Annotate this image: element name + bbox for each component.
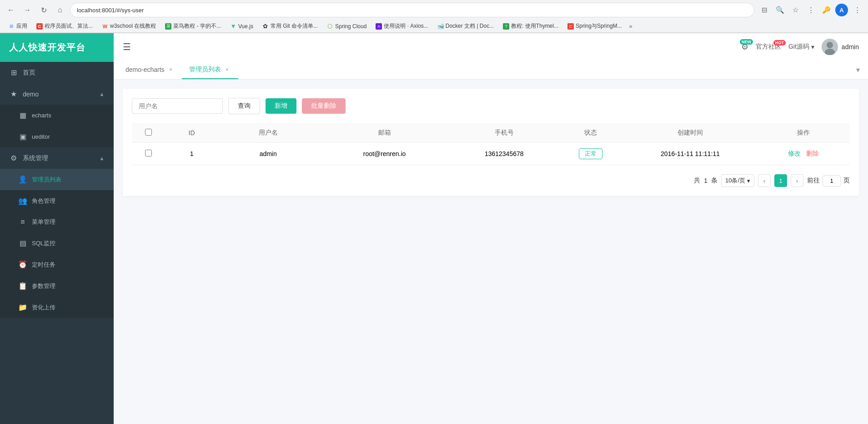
git-source-link[interactable]: Git源码 ▾ bbox=[788, 43, 814, 51]
bookmark-vuejs[interactable]: ▼ Vue.js bbox=[226, 22, 257, 30]
reload-button[interactable]: ↻ bbox=[37, 4, 50, 16]
page-size-selector[interactable]: 10条/页 ▾ bbox=[721, 174, 754, 187]
sidebar-item-params[interactable]: 📋 参数管理 bbox=[0, 275, 114, 297]
browser-toolbar: ← → ↻ ⌂ localhost:8001/#/sys-user ⊟ 🔍 ☆ … bbox=[0, 0, 868, 20]
more-bookmarks-button[interactable]: » bbox=[629, 23, 632, 30]
row-phone-cell: 13612345678 bbox=[451, 143, 557, 165]
bookmark-button[interactable]: ☆ bbox=[789, 4, 802, 16]
git-icon: ✿ bbox=[262, 23, 269, 30]
goto-label: 前往 bbox=[807, 177, 820, 185]
tabs-more-button[interactable]: ▾ bbox=[853, 64, 863, 76]
bookmark-axios-label: 使用说明 · Axios... bbox=[384, 22, 428, 30]
vue-icon: ▼ bbox=[230, 23, 236, 30]
prev-page-button[interactable]: ‹ bbox=[758, 174, 771, 187]
sidebar-label-oss: 资化上传 bbox=[32, 303, 55, 312]
tab-admin-list[interactable]: 管理员列表 × bbox=[182, 61, 238, 79]
apps-icon: ⊞ bbox=[8, 23, 15, 30]
username-label: admin bbox=[842, 43, 859, 50]
role-icon: 👥 bbox=[18, 197, 27, 205]
batch-delete-button[interactable]: 批量删除 bbox=[302, 98, 346, 114]
bookmark-vue-label: Vue.js bbox=[238, 23, 253, 30]
sidebar-item-sql[interactable]: ▤ SQL监控 bbox=[0, 232, 114, 254]
community-link[interactable]: 官方社区 HOT bbox=[756, 43, 781, 51]
sidebar-item-schedule[interactable]: ⏰ 定时任务 bbox=[0, 254, 114, 275]
row-checkbox[interactable] bbox=[145, 150, 152, 156]
bookmark-spring[interactable]: ⬡ Spring Cloud bbox=[323, 22, 370, 30]
sidebar-item-demo[interactable]: ★ demo ▲ bbox=[0, 83, 114, 105]
bookmark-runoob[interactable]: 菜 菜鸟教程 - 学的不... bbox=[161, 21, 225, 31]
sidebar-item-home[interactable]: ⊞ 首页 bbox=[0, 62, 114, 83]
bookmark-spring-mvc[interactable]: C Spring与SpringM... bbox=[564, 21, 625, 31]
demo-icon: ★ bbox=[9, 90, 18, 98]
sidebar-label-demo: demo bbox=[23, 91, 39, 98]
sidebar-item-system[interactable]: ⚙ 系统管理 ▲ bbox=[0, 147, 114, 169]
back-button[interactable]: ← bbox=[5, 4, 17, 16]
w3c-icon: W bbox=[102, 23, 108, 30]
header-phone-col: 手机号 bbox=[451, 123, 557, 143]
data-table: ID 用户名 邮箱 手机号 状态 创建时间 操作 bbox=[132, 123, 850, 165]
main-area: ☰ ⚙ NEW 官方社区 HOT Git源码 ▾ bbox=[114, 33, 868, 424]
header-right: ⚙ NEW 官方社区 HOT Git源码 ▾ bbox=[741, 39, 859, 55]
bookmark-apps[interactable]: ⊞ 应用 bbox=[5, 21, 31, 31]
browser-avatar[interactable]: A bbox=[835, 4, 848, 16]
menu-icon: ≡ bbox=[18, 218, 27, 226]
delete-button[interactable]: 删除 bbox=[806, 150, 819, 157]
tab-admin-list-close[interactable]: × bbox=[224, 66, 231, 73]
header-username-col: 用户名 bbox=[218, 123, 318, 143]
coder-icon: C bbox=[36, 23, 43, 30]
header-time-col: 创建时间 bbox=[624, 123, 757, 143]
home-button[interactable]: ⌂ bbox=[54, 4, 66, 16]
next-page-button[interactable]: › bbox=[791, 174, 803, 187]
search-button[interactable]: 查询 bbox=[228, 98, 260, 114]
search-button[interactable]: 🔍 bbox=[773, 4, 786, 16]
add-button[interactable]: 新增 bbox=[266, 98, 296, 114]
echarts-icon: ▦ bbox=[18, 111, 27, 120]
row-status-cell: 正常 bbox=[557, 143, 624, 165]
sidebar-toggle-button[interactable]: ☰ bbox=[123, 41, 131, 52]
sidebar-item-role[interactable]: 👥 角色管理 bbox=[0, 190, 114, 212]
sidebar-item-ueditor[interactable]: ▣ ueditor bbox=[0, 126, 114, 147]
runoob-icon: 菜 bbox=[165, 23, 171, 30]
row-time-cell: 2016-11-11 11:11:11 bbox=[624, 143, 757, 165]
tab-demo-echarts-close[interactable]: × bbox=[167, 66, 175, 73]
bookmark-git[interactable]: ✿ 常用 Git 命令清单... bbox=[259, 21, 321, 31]
forward-button[interactable]: → bbox=[21, 4, 34, 16]
sidebar-item-user-list[interactable]: 👤 管理员列表 bbox=[0, 169, 114, 190]
sidebar-item-menu[interactable]: ≡ 菜单管理 bbox=[0, 212, 114, 232]
sidebar-menu: ⊞ 首页 ★ demo ▲ ▦ echarts ▣ ueditor ⚙ bbox=[0, 62, 114, 424]
home-icon: ⊞ bbox=[9, 68, 18, 77]
goto-page-input[interactable] bbox=[823, 175, 841, 187]
settings-new-badge: NEW bbox=[740, 39, 753, 45]
bookmark-interview[interactable]: C 程序员面试、算法... bbox=[33, 21, 96, 31]
bookmark-spring-label: Spring Cloud bbox=[335, 23, 366, 30]
header-id-col: ID bbox=[165, 123, 218, 143]
row-checkbox-cell bbox=[132, 143, 165, 165]
bookmark-docker[interactable]: 🐋 Docker 文档 | Doc... bbox=[434, 21, 497, 31]
sidebar-item-echarts[interactable]: ▦ echarts bbox=[0, 105, 114, 126]
current-page-button[interactable]: 1 bbox=[774, 174, 787, 187]
menu-button[interactable]: ⋮ bbox=[804, 4, 817, 16]
bookmark-w3school[interactable]: W w3school 在线教程 bbox=[98, 21, 160, 31]
select-all-checkbox[interactable] bbox=[145, 129, 152, 136]
search-input[interactable] bbox=[132, 98, 223, 114]
translate-button[interactable]: ⊟ bbox=[758, 4, 771, 16]
row-email-cell: root@renren.io bbox=[318, 143, 451, 165]
row-created-at: 2016-11-11 11:11:11 bbox=[661, 150, 720, 157]
chrome-menu-button[interactable]: ⋮ bbox=[851, 4, 863, 16]
page-unit: 页 bbox=[843, 177, 850, 185]
key-button[interactable]: 🔑 bbox=[820, 4, 833, 16]
bookmark-axios[interactable]: A 使用说明 · Axios... bbox=[372, 21, 431, 31]
user-menu[interactable]: admin bbox=[822, 39, 859, 55]
sql-icon: ▤ bbox=[18, 239, 27, 247]
sidebar-label-echarts: echarts bbox=[32, 112, 51, 119]
sidebar-label-user-list: 管理员列表 bbox=[32, 176, 61, 184]
edit-button[interactable]: 修改 bbox=[788, 150, 801, 157]
settings-button[interactable]: ⚙ NEW bbox=[741, 42, 748, 52]
total-unit: 条 bbox=[711, 177, 717, 185]
address-bar[interactable]: localhost:8001/#/sys-user bbox=[70, 3, 754, 17]
tab-demo-echarts[interactable]: demo-echarts × bbox=[118, 61, 182, 79]
sidebar-label-home: 首页 bbox=[23, 69, 35, 77]
table-body: 1 admin root@renren.io 13612345678 bbox=[132, 143, 850, 165]
sidebar-item-oss[interactable]: 📁 资化上传 bbox=[0, 297, 114, 318]
bookmark-thymeleaf[interactable]: T 教程: 使用Thymel... bbox=[499, 21, 562, 31]
